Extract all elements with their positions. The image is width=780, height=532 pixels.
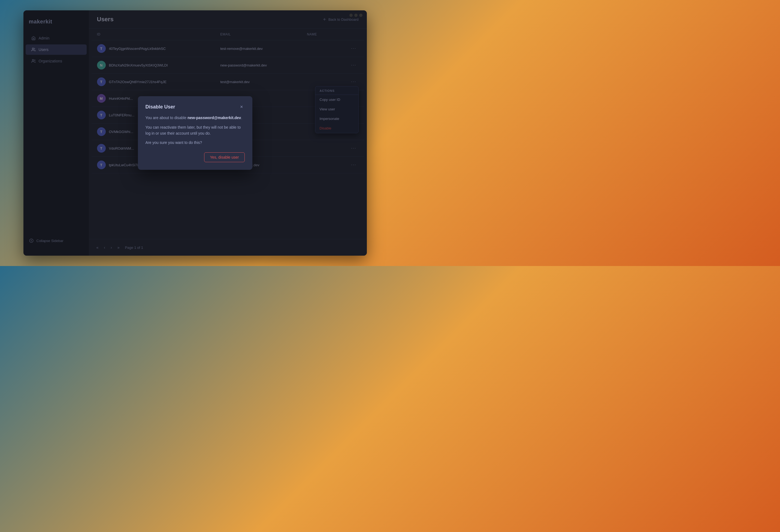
- modal-message-line2: You can reactivate them later, but they …: [146, 124, 245, 137]
- modal-footer: Yes, disable user: [146, 152, 245, 162]
- modal-close-button[interactable]: ×: [239, 104, 245, 110]
- modal-body: You are about to disable new-password@ma…: [146, 115, 245, 146]
- modal-overlay: Disable User × You are about to disable …: [23, 10, 367, 256]
- modal-target-user: new-password@makerkit.dev: [188, 115, 241, 120]
- modal-header: Disable User ×: [146, 104, 245, 110]
- modal-message-line1: You are about to disable new-password@ma…: [146, 115, 245, 121]
- modal-message-suffix: .: [241, 115, 242, 120]
- modal-message-prefix: You are about to disable: [146, 115, 188, 120]
- modal-confirm-question: Are you sure you want to do this?: [146, 140, 245, 146]
- disable-user-modal: Disable User × You are about to disable …: [138, 96, 252, 170]
- confirm-disable-button[interactable]: Yes, disable user: [204, 152, 244, 162]
- modal-title: Disable User: [146, 104, 175, 110]
- app-window: makerkit Admin Users: [23, 10, 367, 256]
